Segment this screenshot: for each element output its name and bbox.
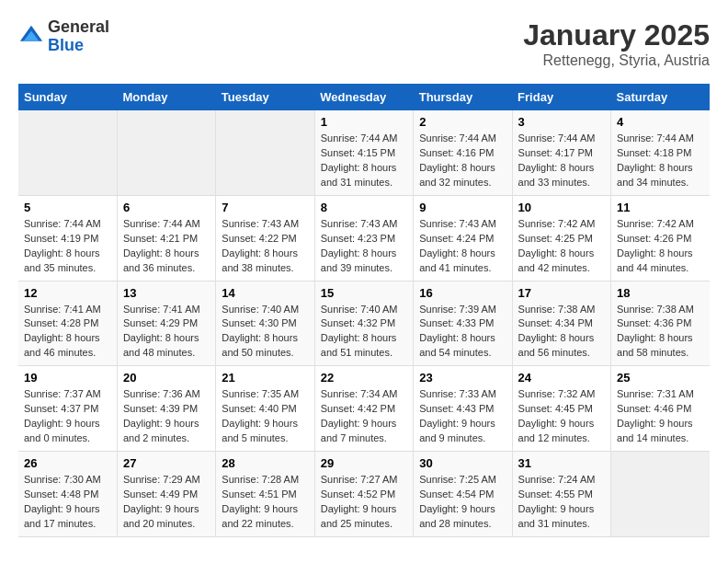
day-number: 7 xyxy=(222,201,308,214)
logo-blue-text: Blue xyxy=(48,37,109,55)
calendar-cell: 7Sunrise: 7:43 AMSunset: 4:22 PMDaylight… xyxy=(216,195,314,281)
logo: General Blue xyxy=(18,18,109,55)
calendar-cell xyxy=(611,452,710,537)
day-number: 3 xyxy=(518,115,605,129)
calendar-cell: 8Sunrise: 7:43 AMSunset: 4:23 PMDaylight… xyxy=(314,195,413,281)
day-info: Sunrise: 7:38 AMSunset: 4:34 PMDaylight:… xyxy=(518,304,596,359)
day-info: Sunrise: 7:34 AMSunset: 4:42 PMDaylight:… xyxy=(321,388,398,443)
calendar-cell: 15Sunrise: 7:40 AMSunset: 4:32 PMDayligh… xyxy=(314,281,413,366)
day-info: Sunrise: 7:44 AMSunset: 4:17 PMDaylight:… xyxy=(518,132,596,188)
day-number: 29 xyxy=(321,456,407,470)
day-number: 18 xyxy=(617,286,704,300)
logo-icon xyxy=(18,24,44,50)
calendar-cell: 10Sunrise: 7:42 AMSunset: 4:25 PMDayligh… xyxy=(512,195,610,281)
day-info: Sunrise: 7:27 AMSunset: 4:52 PMDaylight:… xyxy=(321,474,398,529)
day-info: Sunrise: 7:28 AMSunset: 4:51 PMDaylight:… xyxy=(222,474,299,529)
calendar-cell: 18Sunrise: 7:38 AMSunset: 4:36 PMDayligh… xyxy=(611,281,710,366)
day-number: 24 xyxy=(518,371,605,385)
day-info: Sunrise: 7:43 AMSunset: 4:24 PMDaylight:… xyxy=(419,218,496,273)
day-info: Sunrise: 7:25 AMSunset: 4:54 PMDaylight:… xyxy=(419,474,496,529)
day-info: Sunrise: 7:40 AMSunset: 4:32 PMDaylight:… xyxy=(321,304,398,359)
calendar-cell: 25Sunrise: 7:31 AMSunset: 4:46 PMDayligh… xyxy=(611,366,710,452)
day-number: 1 xyxy=(321,115,407,129)
day-info: Sunrise: 7:44 AMSunset: 4:18 PMDaylight:… xyxy=(617,132,694,188)
day-number: 14 xyxy=(222,286,308,300)
day-info: Sunrise: 7:30 AMSunset: 4:48 PMDaylight:… xyxy=(24,474,101,529)
calendar-cell: 9Sunrise: 7:43 AMSunset: 4:24 PMDaylight… xyxy=(414,195,512,281)
calendar-cell: 20Sunrise: 7:36 AMSunset: 4:39 PMDayligh… xyxy=(117,366,215,452)
calendar-cell: 29Sunrise: 7:27 AMSunset: 4:52 PMDayligh… xyxy=(314,452,413,537)
day-number: 23 xyxy=(419,371,506,385)
day-number: 22 xyxy=(321,371,407,385)
day-info: Sunrise: 7:44 AMSunset: 4:19 PMDaylight:… xyxy=(24,218,101,273)
day-number: 6 xyxy=(123,201,210,214)
calendar-cell: 31Sunrise: 7:24 AMSunset: 4:55 PMDayligh… xyxy=(512,452,610,537)
calendar-cell: 21Sunrise: 7:35 AMSunset: 4:40 PMDayligh… xyxy=(216,366,314,452)
calendar-cell: 3Sunrise: 7:44 AMSunset: 4:17 PMDaylight… xyxy=(512,110,610,195)
calendar-cell: 19Sunrise: 7:37 AMSunset: 4:37 PMDayligh… xyxy=(18,366,117,452)
day-info: Sunrise: 7:44 AMSunset: 4:16 PMDaylight:… xyxy=(419,132,496,188)
day-number: 28 xyxy=(222,456,308,470)
day-info: Sunrise: 7:40 AMSunset: 4:30 PMDaylight:… xyxy=(222,304,299,359)
day-number: 4 xyxy=(617,115,704,129)
day-info: Sunrise: 7:43 AMSunset: 4:23 PMDaylight:… xyxy=(321,218,398,273)
calendar-cell: 28Sunrise: 7:28 AMSunset: 4:51 PMDayligh… xyxy=(216,452,314,537)
day-number: 8 xyxy=(321,201,407,214)
weekday-header: Monday xyxy=(117,84,215,110)
day-number: 26 xyxy=(24,456,111,470)
weekday-header: Tuesday xyxy=(216,84,314,110)
weekday-header: Wednesday xyxy=(314,84,413,110)
day-number: 30 xyxy=(419,456,506,470)
day-number: 13 xyxy=(123,286,210,300)
day-info: Sunrise: 7:32 AMSunset: 4:45 PMDaylight:… xyxy=(518,388,596,443)
page-subtitle: Rettenegg, Styria, Austria xyxy=(523,52,710,69)
day-info: Sunrise: 7:44 AMSunset: 4:15 PMDaylight:… xyxy=(321,132,398,188)
day-info: Sunrise: 7:29 AMSunset: 4:49 PMDaylight:… xyxy=(123,474,200,529)
day-number: 25 xyxy=(617,371,704,385)
calendar-cell: 14Sunrise: 7:40 AMSunset: 4:30 PMDayligh… xyxy=(216,281,314,366)
calendar-week-row: 26Sunrise: 7:30 AMSunset: 4:48 PMDayligh… xyxy=(18,452,710,537)
day-info: Sunrise: 7:42 AMSunset: 4:26 PMDaylight:… xyxy=(617,218,694,273)
day-info: Sunrise: 7:24 AMSunset: 4:55 PMDaylight:… xyxy=(518,474,596,529)
calendar-cell: 12Sunrise: 7:41 AMSunset: 4:28 PMDayligh… xyxy=(18,281,117,366)
calendar-cell xyxy=(18,110,117,195)
page-title: January 2025 xyxy=(523,18,710,52)
day-number: 27 xyxy=(123,456,210,470)
day-number: 31 xyxy=(518,456,605,470)
calendar-cell: 23Sunrise: 7:33 AMSunset: 4:43 PMDayligh… xyxy=(414,366,512,452)
weekday-header: Saturday xyxy=(611,84,710,110)
calendar-cell: 16Sunrise: 7:39 AMSunset: 4:33 PMDayligh… xyxy=(414,281,512,366)
calendar-cell: 1Sunrise: 7:44 AMSunset: 4:15 PMDaylight… xyxy=(314,110,413,195)
calendar-cell: 4Sunrise: 7:44 AMSunset: 4:18 PMDaylight… xyxy=(611,110,710,195)
calendar-cell: 30Sunrise: 7:25 AMSunset: 4:54 PMDayligh… xyxy=(414,452,512,537)
calendar-cell: 27Sunrise: 7:29 AMSunset: 4:49 PMDayligh… xyxy=(117,452,215,537)
calendar-cell: 13Sunrise: 7:41 AMSunset: 4:29 PMDayligh… xyxy=(117,281,215,366)
day-number: 20 xyxy=(123,371,210,385)
day-number: 12 xyxy=(24,286,111,300)
calendar-cell: 5Sunrise: 7:44 AMSunset: 4:19 PMDaylight… xyxy=(18,195,117,281)
day-info: Sunrise: 7:38 AMSunset: 4:36 PMDaylight:… xyxy=(617,304,694,359)
weekday-header: Thursday xyxy=(414,84,512,110)
calendar-week-row: 19Sunrise: 7:37 AMSunset: 4:37 PMDayligh… xyxy=(18,366,710,452)
day-info: Sunrise: 7:37 AMSunset: 4:37 PMDaylight:… xyxy=(24,388,101,443)
day-number: 15 xyxy=(321,286,407,300)
logo-general-text: General xyxy=(48,18,109,37)
day-number: 11 xyxy=(617,201,704,214)
calendar-cell xyxy=(216,110,314,195)
day-number: 19 xyxy=(24,371,111,385)
page-header: General Blue January 2025 Rettenegg, Sty… xyxy=(18,18,710,69)
weekday-header: Friday xyxy=(512,84,610,110)
title-block: January 2025 Rettenegg, Styria, Austria xyxy=(523,18,710,69)
day-number: 2 xyxy=(419,115,506,129)
day-number: 10 xyxy=(518,201,605,214)
calendar-week-row: 5Sunrise: 7:44 AMSunset: 4:19 PMDaylight… xyxy=(18,195,710,281)
calendar-cell: 11Sunrise: 7:42 AMSunset: 4:26 PMDayligh… xyxy=(611,195,710,281)
day-info: Sunrise: 7:33 AMSunset: 4:43 PMDaylight:… xyxy=(419,388,496,443)
calendar-cell xyxy=(117,110,215,195)
weekday-header-row: SundayMondayTuesdayWednesdayThursdayFrid… xyxy=(18,84,710,110)
day-info: Sunrise: 7:44 AMSunset: 4:21 PMDaylight:… xyxy=(123,218,200,273)
day-info: Sunrise: 7:42 AMSunset: 4:25 PMDaylight:… xyxy=(518,218,596,273)
calendar-cell: 26Sunrise: 7:30 AMSunset: 4:48 PMDayligh… xyxy=(18,452,117,537)
day-info: Sunrise: 7:43 AMSunset: 4:22 PMDaylight:… xyxy=(222,218,299,273)
calendar-cell: 24Sunrise: 7:32 AMSunset: 4:45 PMDayligh… xyxy=(512,366,610,452)
